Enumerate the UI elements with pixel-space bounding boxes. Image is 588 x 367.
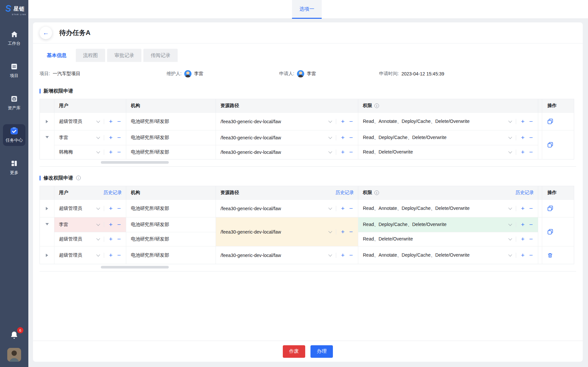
- add-perm-button[interactable]: [520, 252, 526, 258]
- chevron-down-icon[interactable]: [508, 135, 512, 139]
- add-path-button[interactable]: [340, 205, 346, 212]
- notifications-button[interactable]: 6: [10, 330, 19, 341]
- modify-permission-table: 用户 历史记录 机构 资源路径 历史记录 权限 历史记录: [40, 186, 574, 264]
- horizontal-scrollbar[interactable]: [101, 266, 169, 268]
- tab-basic-info[interactable]: 基本信息: [40, 49, 74, 62]
- tab-flow-chart[interactable]: 流程图: [76, 49, 105, 62]
- task-detail-card: 待办任务A 基本信息 流程图 审批记录 传阅记录 项目: 一汽车型项目: [33, 22, 583, 362]
- remove-path-button[interactable]: [348, 205, 354, 212]
- add-row-button[interactable]: [108, 118, 114, 125]
- add-row-button[interactable]: [108, 221, 114, 228]
- info-icon[interactable]: [374, 190, 379, 195]
- remove-perm-button[interactable]: [528, 252, 534, 258]
- remove-path-button[interactable]: [348, 252, 354, 258]
- chevron-down-icon[interactable]: [328, 229, 332, 233]
- chevron-down-icon[interactable]: [508, 237, 512, 240]
- remove-path-button[interactable]: [348, 149, 354, 155]
- add-perm-button[interactable]: [520, 221, 526, 228]
- user-avatar[interactable]: [7, 348, 21, 362]
- chevron-down-icon[interactable]: [328, 135, 332, 139]
- copy-icon[interactable]: [547, 206, 553, 211]
- delete-icon[interactable]: [547, 253, 553, 258]
- add-perm-button[interactable]: [520, 236, 526, 242]
- remove-perm-button[interactable]: [528, 236, 534, 242]
- chevron-down-icon[interactable]: [508, 119, 512, 123]
- chevron-down-icon[interactable]: [508, 150, 512, 153]
- remove-perm-button[interactable]: [528, 149, 534, 155]
- sidebar-item-asset-library[interactable]: 资产库: [3, 92, 25, 114]
- remove-row-button[interactable]: [116, 205, 122, 212]
- remove-perm-button[interactable]: [528, 221, 534, 228]
- add-row-button[interactable]: [108, 205, 114, 212]
- sidebar-item-task-center[interactable]: 任务中心: [3, 124, 25, 146]
- chevron-down-icon[interactable]: [96, 237, 100, 240]
- chevron-down-icon[interactable]: [96, 222, 100, 226]
- void-button[interactable]: 作废: [283, 345, 305, 358]
- info-icon[interactable]: [76, 176, 81, 180]
- copy-icon[interactable]: [547, 142, 553, 148]
- maintainer-avatar: [184, 70, 191, 77]
- remove-path-button[interactable]: [348, 134, 354, 141]
- chevron-down-icon[interactable]: [508, 206, 512, 210]
- new-permission-table: 用户 机构 资源路径 权限 操作 超级管理员: [40, 99, 574, 159]
- collapse-caret-icon[interactable]: [45, 136, 49, 138]
- remove-row-button[interactable]: [116, 149, 122, 155]
- user-history-link[interactable]: 历史记录: [103, 190, 122, 196]
- add-path-button[interactable]: [340, 252, 346, 258]
- chevron-down-icon[interactable]: [96, 206, 100, 210]
- add-row-button[interactable]: [108, 134, 114, 141]
- chevron-down-icon[interactable]: [96, 135, 100, 139]
- add-perm-button[interactable]: [520, 149, 526, 155]
- perm-history-link[interactable]: 历史记录: [515, 190, 534, 196]
- remove-row-button[interactable]: [116, 252, 122, 258]
- expand-caret-icon[interactable]: [46, 254, 48, 257]
- horizontal-scrollbar[interactable]: [101, 161, 169, 164]
- chevron-down-icon[interactable]: [328, 119, 332, 123]
- chevron-down-icon[interactable]: [96, 150, 100, 153]
- remove-path-button[interactable]: [348, 118, 354, 125]
- remove-path-button[interactable]: [348, 229, 354, 235]
- add-path-button[interactable]: [340, 134, 346, 141]
- chevron-down-icon[interactable]: [96, 119, 100, 123]
- add-perm-button[interactable]: [520, 205, 526, 212]
- chevron-down-icon[interactable]: [508, 253, 512, 256]
- add-path-button[interactable]: [340, 149, 346, 155]
- add-row-button[interactable]: [108, 149, 114, 155]
- info-icon[interactable]: [374, 103, 379, 108]
- path-history-link[interactable]: 历史记录: [336, 190, 354, 196]
- add-path-button[interactable]: [340, 118, 346, 125]
- remove-row-button[interactable]: [116, 134, 122, 141]
- sidebar-item-workbench[interactable]: 工作台: [3, 27, 25, 49]
- back-button[interactable]: [40, 27, 52, 39]
- card-footer: 作废 办理: [33, 341, 583, 362]
- remove-perm-button[interactable]: [528, 205, 534, 212]
- topbar-tab-option-one[interactable]: 选项一: [292, 0, 322, 19]
- remove-row-button[interactable]: [116, 221, 122, 228]
- remove-perm-button[interactable]: [528, 134, 534, 141]
- chevron-down-icon[interactable]: [328, 206, 332, 210]
- chevron-down-icon[interactable]: [96, 253, 100, 256]
- expand-caret-icon[interactable]: [46, 120, 48, 123]
- remove-perm-button[interactable]: [528, 118, 534, 125]
- remove-row-button[interactable]: [116, 236, 122, 242]
- add-perm-button[interactable]: [520, 118, 526, 125]
- sidebar-item-projects[interactable]: 项目: [3, 60, 25, 81]
- add-perm-button[interactable]: [520, 134, 526, 141]
- tab-approval-records[interactable]: 审批记录: [107, 49, 141, 62]
- clipped-column: [538, 99, 542, 112]
- copy-icon[interactable]: [547, 119, 553, 124]
- chevron-down-icon[interactable]: [328, 253, 332, 256]
- process-button[interactable]: 办理: [310, 345, 333, 358]
- copy-icon[interactable]: [547, 229, 553, 235]
- chevron-down-icon[interactable]: [508, 222, 512, 226]
- collapse-caret-icon[interactable]: [45, 223, 49, 225]
- chevron-down-icon[interactable]: [328, 150, 332, 153]
- add-row-button[interactable]: [108, 252, 114, 258]
- sidebar-item-more[interactable]: 更多: [3, 156, 25, 178]
- remove-row-button[interactable]: [116, 118, 122, 125]
- table-row: 李雷 电池研究所/研发部: [54, 217, 216, 232]
- tab-circulation-records[interactable]: 传阅记录: [143, 49, 178, 62]
- add-row-button[interactable]: [108, 236, 114, 242]
- add-path-button[interactable]: [340, 229, 346, 235]
- expand-caret-icon[interactable]: [46, 207, 48, 210]
